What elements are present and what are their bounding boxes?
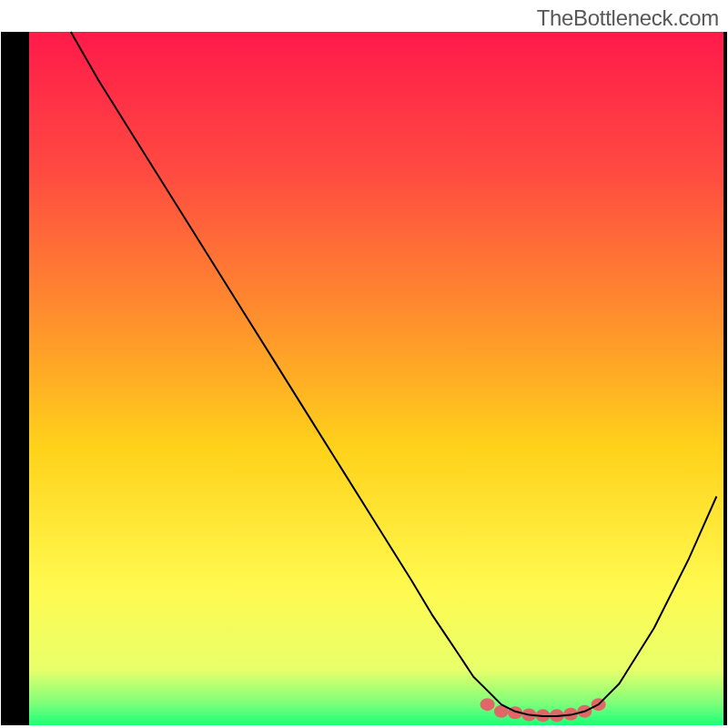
svg-rect-2 [723,32,727,725]
curve-marker [480,698,495,711]
bottleneck-chart: TheBottleneck.com [0,0,728,728]
svg-rect-1 [1,32,29,725]
chart-svg [0,0,728,728]
watermark-label: TheBottleneck.com [537,5,719,31]
